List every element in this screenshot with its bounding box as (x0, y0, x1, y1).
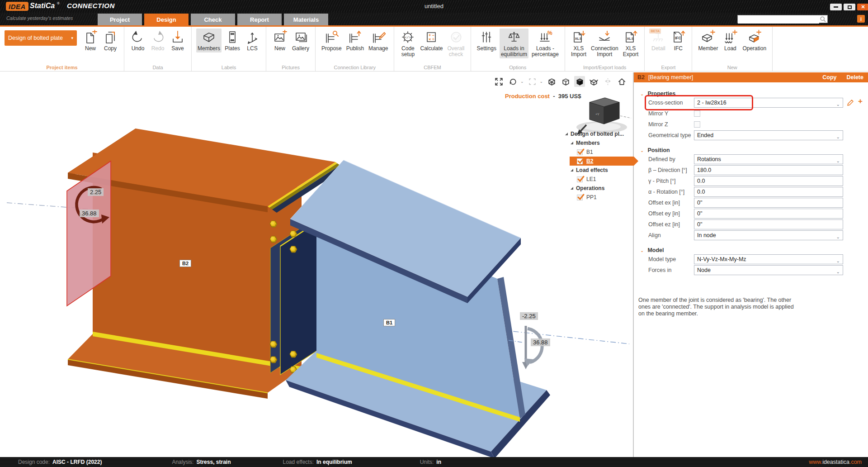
tree-expander-icon[interactable] (565, 133, 568, 135)
chevron-down-icon[interactable]: ⌄ (836, 233, 840, 242)
input-field-rotation[interactable]: 0.0 (694, 187, 843, 197)
tab-project[interactable]: Project (98, 14, 142, 25)
ribbon-button-manage[interactable]: Manage (367, 29, 389, 52)
ribbon-button-gallery[interactable]: Gallery (291, 29, 311, 52)
ribbon-button-xls-export[interactable]: XLSXLSExport (622, 29, 640, 58)
tab-report[interactable]: Report (237, 14, 282, 25)
cube-wireframe-icon[interactable] (546, 76, 557, 87)
edit-cross-section-icon[interactable] (846, 99, 854, 109)
ribbon-button-loads-in-equilibrium[interactable]: Loads inequilibrium (500, 29, 528, 58)
dropdown-forces-in[interactable]: Node⌄ (694, 265, 843, 275)
checkbox[interactable] (577, 149, 583, 155)
chevron-down-icon[interactable]: ⌄ (836, 257, 840, 266)
ribbon-button-copy[interactable]: Copy (101, 29, 119, 52)
ribbon-group-import-export-loads: XLSXLSImportConnectionImportXLSXLSExport… (565, 27, 645, 71)
ribbon-button-ifc[interactable]: IFCIFC (669, 29, 687, 52)
website-link[interactable]: www.ideastatica.com (809, 459, 862, 465)
tree-item-le1[interactable]: LE1 (560, 175, 632, 184)
beam-b1-blue[interactable] (286, 160, 550, 457)
input-field-direction[interactable]: 180.0 (694, 165, 843, 175)
status-value: In equilibrium (316, 459, 352, 465)
ribbon-button-undo[interactable]: Undo (129, 29, 147, 52)
production-cost-label: Production cost (505, 93, 550, 100)
tree-group-operations[interactable]: Operations (560, 184, 632, 193)
ribbon-button-loads-percentage[interactable]: %Loads -percentage (530, 29, 560, 58)
field-value: 0.0 (697, 189, 705, 195)
tree-item-pp1[interactable]: PP1 (560, 193, 632, 202)
project-item-selector[interactable]: Design of bolted plate▾ (5, 30, 77, 46)
add-cross-section-button[interactable]: + (858, 97, 863, 106)
svg-text:%: % (547, 30, 552, 36)
close-button[interactable]: ✕ (857, 4, 868, 10)
section-header-model[interactable]: ⌄Model (640, 246, 664, 254)
chevron-down-icon[interactable]: ⌄ (520, 79, 524, 84)
tab-materials[interactable]: Materials (284, 14, 328, 25)
model-viewport[interactable]: +Y ⌄⌄ Production cost - 395 US$ Design o… (0, 72, 632, 457)
ribbon-button-publish[interactable]: Publish (345, 29, 365, 52)
maximize-button[interactable] (844, 4, 855, 10)
ribbon-button-new[interactable]: New (271, 29, 289, 52)
chevron-down-icon[interactable]: ⌄ (836, 133, 840, 142)
search-input[interactable] (738, 16, 819, 24)
dropdown-geometrical-type[interactable]: Ended⌄ (694, 130, 843, 140)
save-icon (170, 29, 185, 45)
ribbon-button-plates[interactable]: Plates (223, 29, 241, 52)
tree-expander-icon[interactable] (571, 169, 573, 172)
tree-item-b1[interactable]: B1 (560, 148, 632, 157)
tree-item-b2[interactable]: B2 (560, 157, 632, 166)
ribbon-button-label: New (274, 46, 285, 52)
undo-icon (130, 29, 146, 45)
tab-design[interactable]: Design (144, 14, 189, 25)
dropdown-align[interactable]: In node⌄ (694, 230, 843, 240)
input-field-offset-ey-in[interactable]: 0" (694, 209, 843, 219)
tree-root[interactable]: Design of bolted pl... (560, 129, 632, 138)
checkbox[interactable] (577, 158, 583, 164)
ribbon-button-save[interactable]: Save (169, 29, 187, 52)
input-field-pitch[interactable]: 0.0 (694, 176, 843, 186)
search-box[interactable] (737, 15, 828, 23)
chevron-down-icon[interactable]: ⌄ (836, 267, 840, 276)
tab-check[interactable]: Check (191, 14, 235, 25)
rotate-view-icon[interactable] (508, 76, 519, 87)
dropdown-defined-by[interactable]: Rotations⌄ (694, 154, 843, 164)
member-label-b1[interactable]: B1 (383, 319, 395, 326)
home-view-icon[interactable] (616, 76, 627, 87)
ribbon-button-operation[interactable]: Operation (741, 29, 768, 52)
ribbon-button-member[interactable]: Member (697, 29, 719, 52)
ribbon-button-load[interactable]: Load (721, 29, 739, 52)
minimize-button[interactable] (830, 4, 842, 10)
ribbon-button-propose[interactable]: Propose (320, 29, 343, 52)
ribbon-button-code-setup[interactable]: </>Codesetup (399, 29, 417, 58)
ribbon-button-calculate[interactable]: + −× ÷Calculate (419, 29, 444, 52)
member-label-b2[interactable]: B2 (179, 260, 191, 267)
ribbon-button-xls-import[interactable]: XLSXLSImport (570, 29, 588, 58)
info-button[interactable]: i (857, 15, 865, 23)
field-value: Ended (697, 132, 713, 138)
ribbon-button-members[interactable]: Members (196, 29, 222, 52)
ribbon-button-new[interactable]: New (81, 29, 99, 52)
tree-expander-icon[interactable] (571, 187, 573, 190)
zoom-fit-icon[interactable] (494, 76, 505, 87)
ribbon-button-lcs[interactable]: LCS (243, 29, 261, 52)
checkbox-mirror-z[interactable] (694, 121, 700, 128)
chevron-down-icon[interactable]: ⌄ (836, 157, 840, 166)
chevron-down-icon[interactable]: ⌄ (836, 100, 840, 109)
ribbon-button-connection-import[interactable]: ConnectionImport (590, 29, 620, 58)
cube-hidden-line-icon[interactable] (560, 76, 571, 87)
cube-transparent-icon[interactable] (588, 76, 599, 87)
input-field-offset-ez-in[interactable]: 0" (694, 219, 843, 229)
dropdown-model-type[interactable]: N-Vy-Vz-Mx-My-Mz⌄ (694, 254, 843, 264)
cube-solid-icon[interactable] (574, 76, 585, 87)
input-field-offset-ex-in[interactable]: 0" (694, 198, 843, 208)
section-header-position[interactable]: ⌄Position (640, 146, 670, 154)
checkbox[interactable] (577, 195, 583, 200)
tree-group-members[interactable]: Members (560, 138, 632, 148)
search-icon[interactable] (820, 16, 826, 24)
chevron-down-icon[interactable]: ⌄ (539, 79, 543, 84)
checkbox[interactable] (577, 176, 583, 182)
ribbon-button-settings[interactable]: Settings (476, 29, 498, 52)
tree-group-load-effects[interactable]: Load effects (560, 166, 632, 175)
tree-expander-icon[interactable] (571, 142, 573, 144)
checkbox-mirror-y[interactable] (694, 110, 700, 117)
connection-3d-scene: +Y (0, 72, 632, 457)
